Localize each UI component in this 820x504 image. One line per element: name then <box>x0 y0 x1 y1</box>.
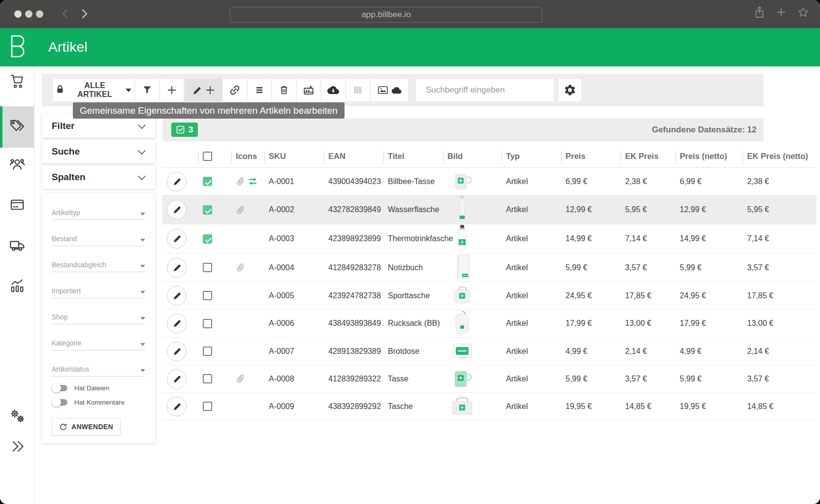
filter-section-suche[interactable]: Suche <box>42 140 155 163</box>
credit-card-icon <box>9 196 26 215</box>
apply-button[interactable]: ANWENDEN <box>52 418 121 436</box>
back-button[interactable] <box>58 7 72 21</box>
row-checkbox[interactable] <box>203 205 212 215</box>
cell-edit <box>162 365 198 393</box>
cell-edit <box>162 338 198 365</box>
sidebar-item-reports[interactable] <box>0 271 34 303</box>
image-upload-button[interactable] <box>371 79 408 101</box>
browser-window: app.billbee.io Artikel <box>0 0 820 504</box>
close-window-button[interactable] <box>14 10 22 18</box>
cell-bild <box>443 310 502 338</box>
select-bestand[interactable]: Bestand <box>52 228 145 246</box>
table-settings-button[interactable] <box>559 79 581 101</box>
all-articles-segment-button[interactable]: ALLE ARTIKEL <box>53 79 134 101</box>
column-header-preis: Preis <box>561 145 621 168</box>
cell-sku: A-0006 <box>264 310 324 338</box>
cell-bild <box>443 195 502 224</box>
inventory-button[interactable] <box>297 79 320 101</box>
cell-preis: 6,99 € <box>561 168 621 195</box>
select-kategorie[interactable]: Kategorie <box>52 332 145 350</box>
row-checkbox[interactable] <box>203 263 212 272</box>
toggle-hat-kommentare[interactable] <box>53 399 67 406</box>
table-row: A-0004412849283278NotizbuchArtikel5,99 €… <box>162 253 817 282</box>
minimize-window-button[interactable] <box>25 10 32 18</box>
sidebar-item-articles[interactable] <box>0 106 34 148</box>
attachment-icon <box>236 374 245 383</box>
select-bestandsabgleich[interactable]: Bestandsabgleich <box>52 254 145 272</box>
forward-button[interactable] <box>78 7 92 21</box>
filter-select-list: ArtikeltypBestandBestandsabgleichImporti… <box>52 202 145 377</box>
cell-bild <box>443 224 502 253</box>
cell-typ: Artikel <box>502 253 561 282</box>
row-checkbox[interactable] <box>203 177 212 186</box>
select-shop[interactable]: Shop <box>52 306 145 324</box>
cell-select <box>198 365 231 393</box>
cell-preis: 24,95 € <box>561 282 621 310</box>
edit-row-button[interactable] <box>167 229 187 249</box>
attachment-icon <box>236 177 245 186</box>
select-artikelstatus[interactable]: Artikelstatus <box>52 358 145 377</box>
sidebar-item-payments[interactable] <box>0 190 34 221</box>
bookmark-star-icon[interactable] <box>797 6 809 20</box>
sidebar-item-orders[interactable] <box>0 66 34 98</box>
app-body: ALLE ARTIKEL <box>0 66 820 504</box>
cell-select <box>198 393 231 420</box>
toggle-hat-dateien[interactable] <box>53 385 67 391</box>
shelf-icon <box>302 84 315 96</box>
column-header-bild: Bild <box>443 145 502 168</box>
row-checkbox[interactable] <box>203 234 212 244</box>
edit-row-button[interactable] <box>167 172 187 191</box>
row-checkbox[interactable] <box>203 291 212 300</box>
cell-ek-preis-netto: 7,14 € <box>743 224 817 253</box>
row-checkbox[interactable] <box>203 319 212 328</box>
table-row: A-0005423924782738SporttascheArtikel24,9… <box>162 282 817 310</box>
cell-ean: 423924782738 <box>324 282 383 310</box>
delete-button[interactable] <box>272 79 296 101</box>
sidebar-item-customers[interactable] <box>0 149 34 181</box>
cell-preis-netto: 5,99 € <box>675 365 743 393</box>
link-button[interactable] <box>223 79 247 101</box>
row-checkbox[interactable] <box>203 346 212 356</box>
address-bar[interactable]: app.billbee.io <box>230 7 542 23</box>
tags-icon <box>8 117 26 137</box>
lines-icon <box>253 84 265 96</box>
filter-button[interactable] <box>135 79 159 101</box>
column-header-preis-netto: Preis (netto) <box>675 145 743 168</box>
row-checkbox[interactable] <box>203 374 212 383</box>
edit-row-button[interactable] <box>167 286 187 306</box>
cloud-export-button[interactable] <box>321 79 345 101</box>
edit-row-button[interactable] <box>167 369 187 389</box>
sidebar-item-shipping[interactable] <box>0 230 34 262</box>
edit-row-button[interactable] <box>167 258 187 278</box>
sidebar-item-settings[interactable] <box>0 402 34 433</box>
barcode-button[interactable] <box>346 79 370 101</box>
list-button[interactable] <box>248 79 271 101</box>
cell-preis-netto: 17,99 € <box>675 310 743 338</box>
selected-count-badge[interactable]: 3 <box>171 123 198 137</box>
product-image-bag <box>447 393 477 420</box>
cell-preis-netto: 12,99 € <box>675 195 743 224</box>
filter-section-spalten[interactable]: Spalten <box>42 165 155 189</box>
share-icon[interactable] <box>754 6 765 21</box>
edit-row-button[interactable] <box>167 342 187 361</box>
cell-bild <box>443 365 502 393</box>
select-importiert[interactable]: Importiert <box>52 280 145 298</box>
edit-row-button[interactable] <box>167 314 187 333</box>
new-tab-icon[interactable] <box>776 7 787 20</box>
edit-row-button[interactable] <box>167 397 187 416</box>
chevron-down-icon <box>138 147 146 155</box>
edit-row-button[interactable] <box>167 200 187 220</box>
cell-icons <box>231 195 264 224</box>
sidebar-item-collapse[interactable] <box>0 432 34 463</box>
app-header: Artikel <box>0 28 820 66</box>
bulk-edit-button[interactable] <box>185 79 222 101</box>
add-article-button[interactable] <box>160 79 184 101</box>
cell-ek-preis-netto: 14,85 € <box>743 393 817 420</box>
cell-edit <box>162 253 198 282</box>
cell-typ: Artikel <box>502 195 561 224</box>
row-checkbox[interactable] <box>203 402 212 411</box>
select-artikeltyp[interactable]: Artikeltyp <box>52 202 145 220</box>
select-all-checkbox[interactable] <box>203 152 212 161</box>
zoom-window-button[interactable] <box>36 10 43 18</box>
search-input[interactable] <box>416 79 554 101</box>
